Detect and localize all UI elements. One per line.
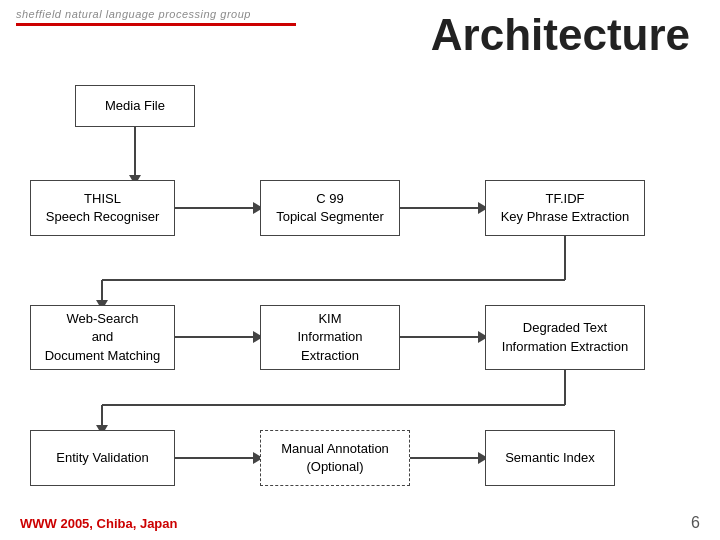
semantic-box: Semantic Index (485, 430, 615, 486)
diagram: Media File THISLSpeech Recogniser C 99To… (20, 85, 700, 495)
kim-box: KIMInformation Extraction (260, 305, 400, 370)
manual-box: Manual Annotation(Optional) (260, 430, 410, 486)
logo-line (16, 23, 296, 26)
media-file-box: Media File (75, 85, 195, 127)
logo-area: sheffield natural language processing gr… (16, 8, 296, 26)
page-number: 6 (691, 514, 700, 532)
footer-citation: WWW 2005, Chiba, Japan (20, 516, 177, 531)
c99-box: C 99Topical Segmenter (260, 180, 400, 236)
page-title: Architecture (431, 10, 690, 60)
degraded-box: Degraded TextInformation Extraction (485, 305, 645, 370)
logo-text: sheffield natural language processing gr… (16, 8, 296, 20)
footer: WWW 2005, Chiba, Japan 6 (20, 514, 700, 532)
websearch-box: Web-SearchandDocument Matching (30, 305, 175, 370)
header: sheffield natural language processing gr… (0, 0, 720, 26)
thisl-box: THISLSpeech Recogniser (30, 180, 175, 236)
tfidf-box: TF.IDFKey Phrase Extraction (485, 180, 645, 236)
entity-box: Entity Validation (30, 430, 175, 486)
